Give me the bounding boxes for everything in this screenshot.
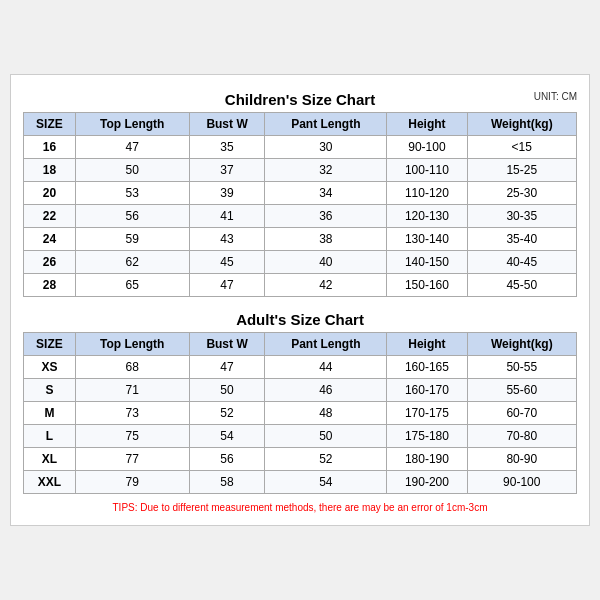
table-cell: 26 (24, 251, 76, 274)
table-cell: XXL (24, 471, 76, 494)
table-row: XXL795854190-20090-100 (24, 471, 577, 494)
table-cell: 190-200 (387, 471, 467, 494)
table-cell: 90-100 (467, 471, 576, 494)
table-cell: 50 (189, 379, 265, 402)
table-cell: 90-100 (387, 136, 467, 159)
table-cell: 160-165 (387, 356, 467, 379)
table-cell: 56 (75, 205, 189, 228)
table-cell: 62 (75, 251, 189, 274)
table-row: 28654742150-16045-50 (24, 274, 577, 297)
table-cell: 80-90 (467, 448, 576, 471)
col-header-size: SIZE (24, 113, 76, 136)
col-header-top-length: Top Length (75, 113, 189, 136)
col-header-bust-w: Bust W (189, 113, 265, 136)
unit-label: UNIT: CM (534, 91, 577, 102)
table-cell: 44 (265, 356, 387, 379)
table-cell: 47 (189, 274, 265, 297)
table-cell: 54 (189, 425, 265, 448)
table-cell: 43 (189, 228, 265, 251)
col-header-pant-length: Pant Length (265, 113, 387, 136)
children-header-row: SIZE Top Length Bust W Pant Length Heigh… (24, 113, 577, 136)
adult-size-table: SIZE Top Length Bust W Pant Length Heigh… (23, 332, 577, 494)
table-cell: 73 (75, 402, 189, 425)
table-cell: 52 (265, 448, 387, 471)
adult-section-title: Adult's Size Chart (23, 305, 577, 332)
table-cell: 150-160 (387, 274, 467, 297)
table-cell: 35-40 (467, 228, 576, 251)
adult-col-header-size: SIZE (24, 333, 76, 356)
table-cell: 45-50 (467, 274, 576, 297)
table-cell: 20 (24, 182, 76, 205)
table-row: XL775652180-19080-90 (24, 448, 577, 471)
table-cell: 46 (265, 379, 387, 402)
table-cell: 45 (189, 251, 265, 274)
table-cell: 18 (24, 159, 76, 182)
children-section-title: Children's Size Chart UNIT: CM (23, 85, 577, 112)
table-cell: L (24, 425, 76, 448)
table-cell: 55-60 (467, 379, 576, 402)
table-row: 24594338130-14035-40 (24, 228, 577, 251)
tips-text: TIPS: Due to different measurement metho… (23, 500, 577, 515)
table-row: 1647353090-100<15 (24, 136, 577, 159)
table-cell: 50-55 (467, 356, 576, 379)
table-row: L755450175-18070-80 (24, 425, 577, 448)
table-cell: 37 (189, 159, 265, 182)
col-header-height: Height (387, 113, 467, 136)
table-row: 18503732100-11015-25 (24, 159, 577, 182)
table-cell: 52 (189, 402, 265, 425)
table-cell: 50 (75, 159, 189, 182)
adult-col-header-height: Height (387, 333, 467, 356)
table-cell: 39 (189, 182, 265, 205)
table-cell: 30 (265, 136, 387, 159)
table-cell: 30-35 (467, 205, 576, 228)
table-cell: 100-110 (387, 159, 467, 182)
adult-section: Adult's Size Chart SIZE Top Length Bust … (23, 305, 577, 494)
table-cell: 15-25 (467, 159, 576, 182)
table-cell: 60-70 (467, 402, 576, 425)
table-row: 22564136120-13030-35 (24, 205, 577, 228)
table-cell: 40 (265, 251, 387, 274)
table-cell: 71 (75, 379, 189, 402)
table-row: 20533934110-12025-30 (24, 182, 577, 205)
adult-title-text: Adult's Size Chart (236, 311, 364, 328)
children-size-table: SIZE Top Length Bust W Pant Length Heigh… (23, 112, 577, 297)
table-cell: S (24, 379, 76, 402)
table-cell: XL (24, 448, 76, 471)
adult-col-header-bust-w: Bust W (189, 333, 265, 356)
table-cell: 59 (75, 228, 189, 251)
table-cell: 32 (265, 159, 387, 182)
table-cell: 16 (24, 136, 76, 159)
table-cell: 22 (24, 205, 76, 228)
table-cell: 25-30 (467, 182, 576, 205)
table-cell: XS (24, 356, 76, 379)
table-row: XS684744160-16550-55 (24, 356, 577, 379)
table-cell: M (24, 402, 76, 425)
table-cell: <15 (467, 136, 576, 159)
table-cell: 54 (265, 471, 387, 494)
table-cell: 175-180 (387, 425, 467, 448)
table-row: S715046160-17055-60 (24, 379, 577, 402)
table-cell: 50 (265, 425, 387, 448)
table-cell: 170-175 (387, 402, 467, 425)
table-cell: 160-170 (387, 379, 467, 402)
chart-container: Children's Size Chart UNIT: CM SIZE Top … (10, 74, 590, 526)
adult-col-header-pant-length: Pant Length (265, 333, 387, 356)
adult-col-header-weight: Weight(kg) (467, 333, 576, 356)
table-cell: 42 (265, 274, 387, 297)
table-cell: 36 (265, 205, 387, 228)
table-row: M735248170-17560-70 (24, 402, 577, 425)
table-cell: 56 (189, 448, 265, 471)
table-cell: 58 (189, 471, 265, 494)
table-cell: 70-80 (467, 425, 576, 448)
table-cell: 41 (189, 205, 265, 228)
table-cell: 77 (75, 448, 189, 471)
adult-header-row: SIZE Top Length Bust W Pant Length Heigh… (24, 333, 577, 356)
children-title-text: Children's Size Chart (225, 91, 375, 108)
table-cell: 53 (75, 182, 189, 205)
table-cell: 79 (75, 471, 189, 494)
adult-col-header-top-length: Top Length (75, 333, 189, 356)
table-cell: 47 (189, 356, 265, 379)
table-cell: 24 (24, 228, 76, 251)
table-cell: 35 (189, 136, 265, 159)
col-header-weight: Weight(kg) (467, 113, 576, 136)
